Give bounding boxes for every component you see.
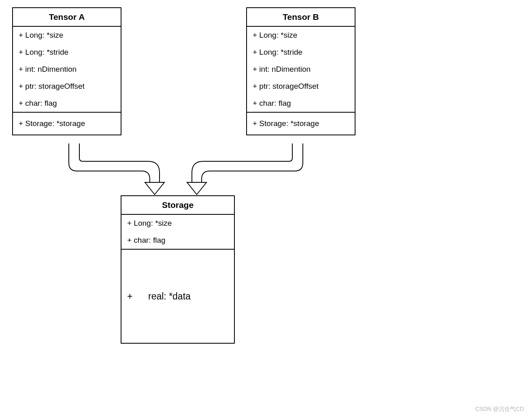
tensor-a-storage-ref-section: + Storage: *storage xyxy=(13,113,121,135)
tensor-a-box: Tensor A + Long: *size + Long: *stride +… xyxy=(12,7,121,135)
tensor-a-attr: + Long: *size xyxy=(13,27,121,44)
storage-data-attr: + real: *data xyxy=(121,279,196,314)
storage-data-label: real: *data xyxy=(148,291,191,302)
watermark: CSDN @沉住气CD xyxy=(475,406,524,413)
storage-box: Storage + Long: *size + char: flag + rea… xyxy=(121,195,235,344)
storage-attr: + char: flag xyxy=(121,232,234,249)
tensor-a-attrs: + Long: *size + Long: *stride + int: nDi… xyxy=(13,27,121,113)
tensor-b-attr: + Long: *stride xyxy=(247,44,355,61)
tensor-a-attr: + int: nDimention xyxy=(13,61,121,78)
tensor-a-storage-ref: + Storage: *storage xyxy=(13,113,121,135)
storage-title: Storage xyxy=(121,196,234,215)
tensor-b-attrs: + Long: *size + Long: *stride + int: nDi… xyxy=(247,27,355,113)
tensor-b-storage-ref-section: + Storage: *storage xyxy=(247,113,355,135)
tensor-a-attr: + char: flag xyxy=(13,95,121,112)
arrow-tensor-a-to-storage xyxy=(69,143,164,195)
arrow-tensor-b-to-storage xyxy=(187,143,303,195)
tensor-b-title: Tensor B xyxy=(247,8,355,27)
tensor-b-attr: + Long: *size xyxy=(247,27,355,44)
storage-attrs: + Long: *size + char: flag xyxy=(121,215,234,250)
storage-data-plus: + xyxy=(127,291,148,302)
tensor-b-storage-ref: + Storage: *storage xyxy=(247,113,355,135)
tensor-b-attr: + char: flag xyxy=(247,95,355,112)
tensor-b-box: Tensor B + Long: *size + Long: *stride +… xyxy=(246,7,355,135)
tensor-b-attr: + int: nDimention xyxy=(247,61,355,78)
tensor-b-attr: + ptr: storageOffset xyxy=(247,78,355,95)
storage-attr: + Long: *size xyxy=(121,215,234,232)
tensor-a-title: Tensor A xyxy=(13,8,121,27)
tensor-a-attr: + Long: *stride xyxy=(13,44,121,61)
storage-data-section: + real: *data xyxy=(121,250,234,343)
tensor-a-attr: + ptr: storageOffset xyxy=(13,78,121,95)
